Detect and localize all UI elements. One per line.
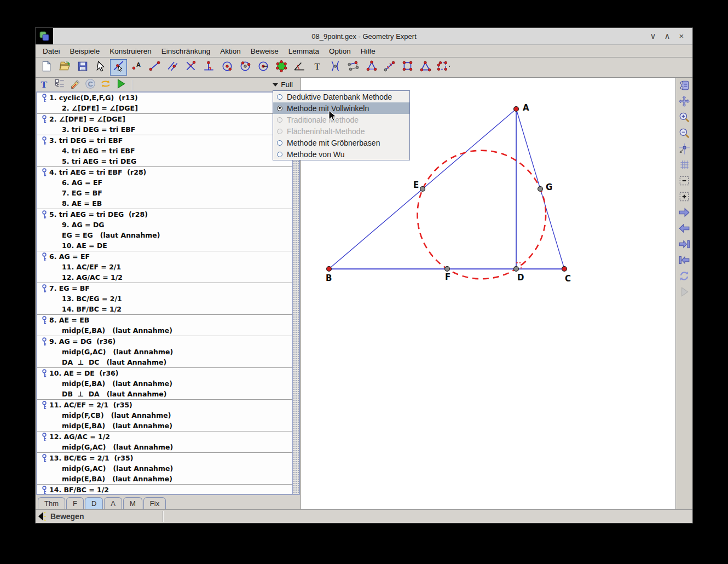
tab-f[interactable]: F	[66, 497, 84, 509]
fast-backward-button[interactable]	[678, 255, 691, 268]
point-B[interactable]	[327, 267, 332, 272]
proof-step-header[interactable]: 5. tri AEG = tri DEG (r28)	[37, 209, 292, 220]
method-option[interactable]: Methode mit Gröbnerbasen	[273, 137, 409, 148]
polygon-menu-button[interactable]	[435, 59, 452, 76]
proof-substep[interactable]: midp(E,BA) (laut Annahme)	[37, 378, 292, 389]
save-file-button[interactable]	[74, 59, 91, 76]
copyright-button[interactable]: C	[85, 79, 96, 90]
minimize-button[interactable]: ∨	[649, 31, 657, 41]
menu-beweise[interactable]: Beweise	[246, 46, 284, 56]
zoom-out-button[interactable]	[678, 128, 691, 141]
menu-option[interactable]: Option	[324, 46, 356, 56]
open-file-button[interactable]	[56, 59, 73, 76]
proof-substep[interactable]: midp(E,BA) (laut Annahme)	[37, 325, 292, 336]
proof-substep[interactable]: 7. EG = BF	[37, 188, 292, 198]
proof-substep[interactable]: 4. tri AEG = tri EBF	[37, 146, 292, 156]
text-tool-button[interactable]: T	[309, 59, 326, 76]
circle-center-point-button[interactable]	[218, 59, 235, 76]
intersection-point-button[interactable]	[327, 59, 344, 76]
proof-substep[interactable]: 12. AG/AC = 1/2	[37, 272, 292, 283]
polygon-fill-button[interactable]	[273, 59, 290, 76]
point-F[interactable]	[445, 267, 450, 272]
proof-substep[interactable]: midp(G,AC) (laut Annahme)	[37, 347, 292, 357]
title-bar[interactable]: 08_9point.gex - Geometry Expert ∨∧×	[36, 28, 692, 45]
point-D[interactable]	[514, 267, 519, 272]
view-mode-selector[interactable]: Full	[273, 80, 297, 89]
method-option[interactable]: Methode mit Vollwinkeln	[273, 102, 409, 114]
text-style-button[interactable]: T	[39, 79, 50, 90]
replay-button[interactable]	[678, 271, 691, 284]
select-arrow-button[interactable]	[92, 59, 109, 76]
backward-button[interactable]	[678, 223, 691, 236]
maximize-button[interactable]: ∧	[663, 31, 672, 41]
proof-substep[interactable]: 10. AE = DE	[37, 240, 292, 251]
fast-forward-button[interactable]	[678, 239, 691, 252]
move-view-button[interactable]	[678, 96, 691, 109]
angle-button[interactable]	[291, 59, 308, 76]
proof-substep[interactable]: 8. AE = EB	[37, 198, 292, 209]
new-document-button[interactable]	[38, 59, 55, 76]
menu-einschränkung[interactable]: Einschränkung	[157, 46, 215, 56]
proof-substep[interactable]: 2. ∠[DFE] = ∠[DGE]	[37, 103, 292, 113]
proof-substep[interactable]: DB ⊥ DA (laut Annahme)	[37, 389, 292, 399]
intersection-button[interactable]	[182, 59, 199, 76]
forward-button[interactable]	[678, 207, 691, 220]
isosceles-triangle-button[interactable]	[363, 59, 380, 76]
menu-datei[interactable]: Datei	[38, 46, 65, 56]
proof-step-header[interactable]: 9. AG = DG (r36)	[37, 336, 292, 347]
proof-step-header[interactable]: 3. tri DEG = tri EBF	[37, 135, 292, 146]
grid-decrease-button[interactable]	[678, 175, 691, 188]
proof-substep[interactable]: 3. tri DEG = tri EBF	[37, 124, 292, 135]
method-option[interactable]: Deduktive Datenbank Methode	[273, 91, 409, 102]
proof-substep[interactable]: 9. AG = DG	[37, 220, 292, 230]
proof-substep[interactable]: 5. tri AEG = tri DEG	[37, 156, 292, 166]
menu-lemmata[interactable]: Lemmata	[284, 46, 324, 56]
menu-beispiele[interactable]: Beispiele	[65, 46, 105, 56]
proof-step-header[interactable]: 6. AG = EF	[37, 251, 292, 262]
proof-substep[interactable]: midp(G,AC) (laut Annahme)	[37, 463, 292, 474]
segment-copy-button[interactable]	[345, 59, 362, 76]
perpendicular-button[interactable]	[200, 59, 217, 76]
proof-substep[interactable]: midp(E,BA) (laut Annahme)	[37, 421, 292, 431]
point-G[interactable]	[538, 187, 543, 192]
method-option[interactable]: Methode von Wu	[273, 148, 409, 160]
proof-step-header[interactable]: 2. ∠[DFE] = ∠[DGE]	[37, 114, 292, 124]
triangle-tool-button[interactable]	[417, 59, 434, 76]
point-snap-button[interactable]	[678, 143, 691, 157]
proof-substep[interactable]: 13. BC/EG = 2/1	[37, 293, 292, 304]
equal-segment-button[interactable]	[381, 59, 398, 76]
proof-substep[interactable]: midp(E,BA) (laut Annahme)	[37, 474, 292, 484]
point-E[interactable]	[420, 187, 425, 192]
construction-list-button[interactable]	[678, 80, 691, 93]
proof-step-header[interactable]: 4. tri AEG = tri EBF (r28)	[37, 167, 292, 177]
menu-hilfe[interactable]: Hilfe	[356, 46, 380, 56]
proof-step-header[interactable]: 13. BC/EG = 2/1 (r35)	[37, 453, 292, 463]
tree-view-button[interactable]	[54, 79, 65, 90]
proof-substep[interactable]: midp(F,CB) (laut Annahme)	[37, 410, 292, 421]
close-button[interactable]: ×	[677, 31, 686, 41]
circle-radius-button[interactable]	[255, 59, 271, 76]
tab-d[interactable]: D	[85, 497, 103, 509]
move-object-button[interactable]	[110, 59, 127, 76]
proof-substep[interactable]: EG = EG (laut Annahme)	[37, 230, 292, 240]
tab-fix[interactable]: Fix	[143, 497, 166, 509]
proof-substep[interactable]: DA ⊥ DC (laut Annahme)	[37, 357, 292, 367]
proof-step-header[interactable]: 10. AE = DE (r36)	[37, 368, 292, 378]
point-A[interactable]	[514, 107, 519, 112]
grid-button[interactable]	[678, 159, 691, 172]
menu-aktion[interactable]: Aktion	[215, 46, 246, 56]
menu-konstruieren[interactable]: Konstruieren	[105, 46, 157, 56]
nine-point-circle[interactable]	[418, 151, 546, 279]
zoom-in-button[interactable]	[678, 112, 691, 125]
proof-substep[interactable]: 6. AG = EF	[37, 177, 292, 188]
point-C[interactable]	[562, 267, 567, 272]
tab-m[interactable]: M	[123, 497, 142, 509]
proof-step-header[interactable]: 8. AE = EB	[37, 315, 292, 325]
square-tool-button[interactable]	[399, 59, 416, 76]
proof-substep[interactable]: midp(G,AC) (laut Annahme)	[37, 442, 292, 452]
nav-back-icon[interactable]	[37, 511, 48, 522]
proof-substep[interactable]: 11. AC/EF = 2/1	[37, 262, 292, 272]
proof-step-header[interactable]: 14. BF/BC = 1/2	[37, 485, 292, 494]
tab-a[interactable]: A	[104, 497, 122, 509]
run-button[interactable]	[115, 79, 126, 90]
